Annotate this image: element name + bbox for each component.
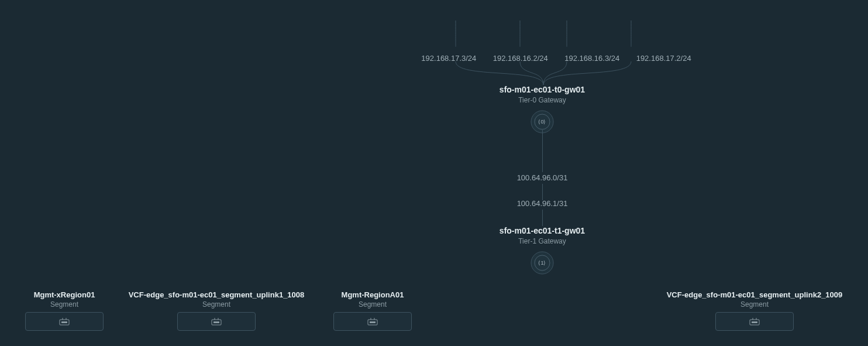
svg-text:⟨1⟩: ⟨1⟩ <box>538 260 546 266</box>
link-line-top <box>542 130 543 172</box>
segment-type: Segment <box>297 300 449 309</box>
segment-box[interactable] <box>25 312 104 331</box>
uplink-ip-row: 192.168.17.3/24 192.168.16.2/24 192.168.… <box>0 53 868 63</box>
uplink-ip-4: 192.168.17.2/24 <box>636 54 691 63</box>
link-ip-bottom: 100.64.96.1/31 <box>484 199 601 208</box>
segment-icon <box>749 317 760 326</box>
segment-box[interactable] <box>177 312 256 331</box>
link-line-bottom <box>542 210 543 226</box>
segment-box[interactable] <box>715 312 794 331</box>
tier0-name: sfo-m01-ec01-t0-gw01 <box>425 85 659 94</box>
svg-text:⟨0⟩: ⟨0⟩ <box>538 119 546 125</box>
segment-icon <box>367 317 378 326</box>
uplink-ip-3: 192.168.16.3/24 <box>564 54 619 63</box>
svg-rect-15 <box>370 321 376 323</box>
segment-uplink1-1008[interactable]: VCF-edge_sfo-m01-ec01_segment_uplink1_10… <box>105 290 328 331</box>
segment-name: VCF-edge_sfo-m01-ec01_segment_uplink2_10… <box>643 290 866 299</box>
segment-type: Segment <box>105 300 328 309</box>
tier0-node[interactable]: sfo-m01-ec01-t0-gw01 Tier-0 Gateway ⟨0⟩ <box>425 85 659 133</box>
segment-icon <box>211 317 222 326</box>
uplink-ip-2: 192.168.16.2/24 <box>493 54 548 63</box>
segment-icon <box>59 317 70 326</box>
tier1-node[interactable]: sfo-m01-ec01-t1-gw01 Tier-1 Gateway ⟨1⟩ <box>425 226 659 275</box>
tier1-gateway-icon: ⟨1⟩ <box>531 251 554 275</box>
segment-name: Mgmt-RegionA01 <box>297 290 449 299</box>
tier1-name: sfo-m01-ec01-t1-gw01 <box>425 226 659 235</box>
uplink-ip-1: 192.168.17.3/24 <box>421 54 476 63</box>
svg-rect-19 <box>752 321 757 323</box>
segment-mgmt-regiona01[interactable]: Mgmt-RegionA01 Segment <box>297 290 449 331</box>
link-line-mid <box>542 184 543 200</box>
link-ip-top: 100.64.96.0/31 <box>484 173 601 182</box>
segment-type: Segment <box>643 300 866 309</box>
tier1-type: Tier-1 Gateway <box>425 237 659 245</box>
segment-name: VCF-edge_sfo-m01-ec01_segment_uplink1_10… <box>105 290 328 299</box>
svg-rect-7 <box>61 321 67 323</box>
svg-rect-11 <box>213 321 219 323</box>
tier0-type: Tier-0 Gateway <box>425 96 659 104</box>
topology-canvas: 192.168.17.3/24 192.168.16.2/24 192.168.… <box>0 0 868 346</box>
segment-uplink2-1009[interactable]: VCF-edge_sfo-m01-ec01_segment_uplink2_10… <box>643 290 866 331</box>
segment-box[interactable] <box>333 312 412 331</box>
